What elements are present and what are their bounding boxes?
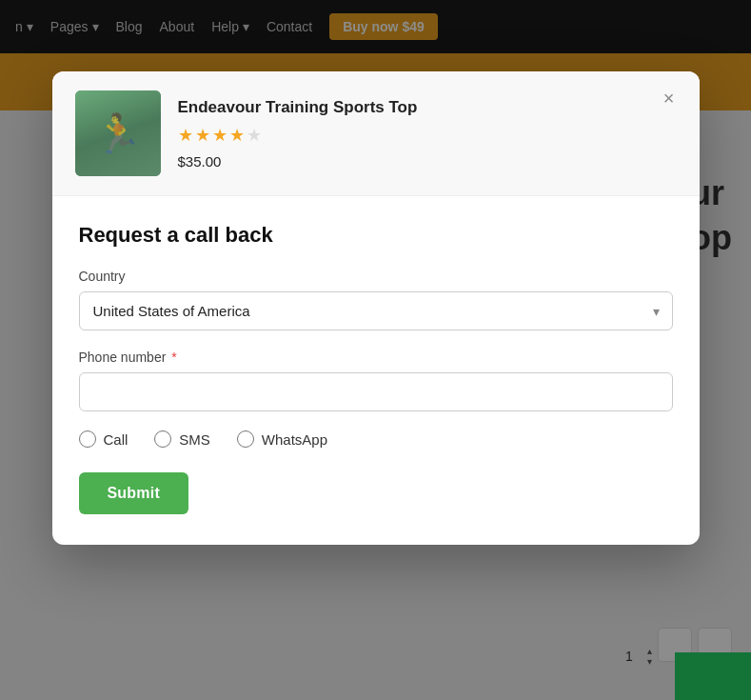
product-stars: ★ ★ ★ ★ ★ bbox=[178, 125, 677, 146]
radio-whatsapp[interactable] bbox=[237, 430, 254, 448]
contact-method-group: Call SMS WhatsApp bbox=[79, 430, 673, 448]
required-indicator: * bbox=[168, 350, 176, 365]
product-info: Endeavour Training Sports Top ★ ★ ★ ★ ★ … bbox=[178, 98, 677, 170]
person-icon: 🏃 bbox=[75, 90, 161, 176]
country-select-wrapper: United States of America United Kingdom … bbox=[79, 291, 673, 330]
star-3: ★ bbox=[212, 125, 227, 146]
radio-sms[interactable] bbox=[154, 430, 171, 448]
radio-option-call[interactable]: Call bbox=[79, 430, 128, 448]
close-button[interactable]: × bbox=[656, 85, 682, 111]
phone-label: Phone number * bbox=[79, 350, 673, 365]
modal-dialog: 🏃 Endeavour Training Sports Top ★ ★ ★ ★ … bbox=[52, 71, 700, 545]
star-1: ★ bbox=[178, 125, 193, 146]
product-image: 🏃 bbox=[75, 90, 161, 176]
submit-button[interactable]: Submit bbox=[79, 472, 188, 514]
product-price: $35.00 bbox=[178, 153, 677, 170]
country-label: Country bbox=[79, 269, 673, 284]
country-select[interactable]: United States of America United Kingdom … bbox=[79, 291, 673, 330]
radio-option-sms[interactable]: SMS bbox=[154, 430, 210, 448]
modal-body: Request a call back Country United State… bbox=[52, 196, 700, 545]
star-2: ★ bbox=[195, 125, 210, 146]
phone-input[interactable] bbox=[79, 372, 673, 411]
close-icon: × bbox=[663, 88, 675, 110]
modal-title: Request a call back bbox=[79, 223, 673, 248]
product-image-inner: 🏃 bbox=[75, 90, 161, 176]
modal-product-header: 🏃 Endeavour Training Sports Top ★ ★ ★ ★ … bbox=[52, 71, 700, 196]
star-5: ★ bbox=[247, 125, 262, 146]
radio-call[interactable] bbox=[79, 430, 96, 448]
radio-option-whatsapp[interactable]: WhatsApp bbox=[237, 430, 327, 448]
star-4: ★ bbox=[229, 125, 245, 146]
product-title: Endeavour Training Sports Top bbox=[178, 98, 677, 117]
phone-form-group: Phone number * bbox=[79, 350, 673, 411]
country-form-group: Country United States of America United … bbox=[79, 269, 673, 330]
